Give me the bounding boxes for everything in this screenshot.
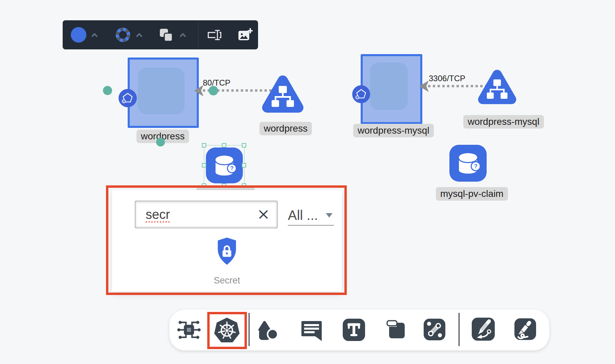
clear-search-button[interactable] (257, 208, 270, 221)
node-wordpress-deployment[interactable] (128, 58, 199, 128)
search-input[interactable]: secr (135, 201, 278, 228)
resize-handle[interactable] (202, 163, 206, 167)
connector-tool-icon (423, 318, 446, 341)
deployment-badge-icon (352, 85, 370, 103)
copy-style-icon (160, 29, 172, 41)
edge-port-label: 3306/TCP (429, 74, 465, 83)
tool-dock (169, 310, 549, 350)
search-query[interactable]: secr (135, 207, 257, 222)
dropdown-arrow-icon (326, 213, 333, 218)
service-icon (267, 81, 298, 108)
connection-handle[interactable] (103, 86, 112, 95)
pvc-database-icon: ? (459, 153, 480, 174)
close-icon (257, 208, 270, 221)
fill-color-button[interactable] (71, 27, 86, 43)
resource-filter-value: All ... (288, 208, 318, 223)
search-result-label: Secret (214, 275, 240, 286)
pvc-database-icon: ? (215, 156, 236, 176)
deployment-badge-icon (119, 89, 137, 107)
pod-shape (370, 63, 408, 110)
dock-divider (249, 313, 250, 346)
resource-filter-select[interactable]: All ... (288, 205, 334, 226)
svg-text:?: ? (474, 163, 478, 169)
style-toolbar (63, 20, 258, 49)
tool-comment[interactable] (300, 318, 323, 341)
toolbar-divider (198, 20, 198, 49)
dock-divider (459, 313, 460, 346)
chevron-up-icon[interactable] (91, 33, 98, 37)
chevron-up-icon[interactable] (136, 33, 142, 37)
stroke-style-icon (118, 29, 129, 41)
kubernetes-tool-icon (213, 317, 240, 344)
svg-text:?: ? (230, 165, 234, 171)
tool-diagram[interactable] (176, 317, 202, 343)
tool-freehand-pen[interactable] (514, 318, 537, 341)
tool-edge-pen[interactable] (471, 317, 495, 341)
shapes-tool-icon (257, 320, 279, 341)
diagram-canvas[interactable]: wordpress 80/TCP wordpress wordpress-mys… (0, 0, 615, 364)
secret-shield-icon (217, 237, 237, 266)
node-label[interactable]: wordpress (259, 122, 312, 135)
tool-connector[interactable] (423, 318, 446, 341)
diagram-tool-icon (176, 317, 202, 343)
connection-handle[interactable] (156, 138, 165, 146)
service-icon (483, 74, 512, 99)
node-mysql-pv-claim[interactable]: ? (449, 145, 487, 182)
resize-handle[interactable] (222, 143, 226, 147)
tool-shapes[interactable] (257, 320, 279, 341)
rename-button[interactable] (207, 27, 222, 42)
copy-style-button[interactable] (158, 27, 173, 42)
chevron-up-icon[interactable] (180, 33, 186, 37)
search-result-secret[interactable]: Secret (214, 237, 240, 286)
tool-frame[interactable] (385, 319, 407, 340)
edge-handle[interactable] (209, 86, 218, 95)
edge-port-label: 80/TCP (203, 78, 230, 88)
node-label[interactable]: wordpress-mysql (353, 124, 434, 137)
stroke-style-button[interactable] (115, 27, 130, 42)
comment-tool-icon (300, 318, 323, 341)
node-label[interactable]: wordpress-mysql (463, 115, 544, 129)
rename-icon (208, 30, 221, 40)
node-wordpress-mysql-service[interactable] (477, 64, 517, 109)
frame-tool-icon (385, 319, 407, 340)
freehand-pen-tool-icon (514, 318, 537, 341)
tool-text[interactable] (342, 318, 366, 342)
insert-image-button[interactable] (238, 28, 253, 42)
resize-handle[interactable] (242, 163, 246, 167)
resize-handle[interactable] (202, 143, 206, 147)
resource-search-popup: secr All ... Secret (112, 190, 342, 292)
pod-shape (138, 68, 185, 114)
node-label[interactable]: mysql-pv-claim (436, 187, 508, 201)
tool-kubernetes[interactable] (213, 317, 240, 344)
node-selected-pvc[interactable]: ? (206, 147, 243, 183)
text-tool-icon (342, 318, 366, 342)
resize-handle[interactable] (242, 143, 246, 147)
node-wordpress-service[interactable] (261, 72, 305, 116)
edge-pen-tool-icon (471, 317, 495, 341)
insert-image-icon (238, 29, 252, 40)
